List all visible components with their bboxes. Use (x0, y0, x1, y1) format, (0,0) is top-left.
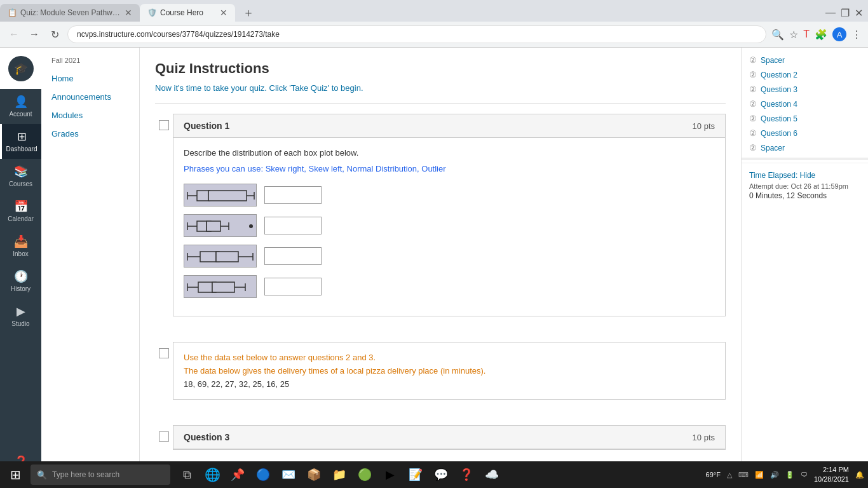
tab-2-close[interactable]: ✕ (220, 8, 227, 17)
refresh-button[interactable]: ↻ (47, 29, 62, 41)
sidebar-item-q6[interactable]: ② Question 6 (742, 126, 868, 140)
taskbar-search-icon: 🔍 (37, 470, 47, 480)
nav-item-courses[interactable]: 📚 Courses (0, 159, 41, 194)
time-elapsed-label: Time Elapsed: Hide (749, 171, 860, 180)
boxplot-row-3 (184, 245, 715, 268)
profile-icon[interactable]: A (832, 27, 846, 41)
boxplot-4-answer[interactable] (264, 278, 322, 295)
nav-label-dashboard: Dashboard (6, 146, 37, 153)
tab-2-favicon: 🛡️ (147, 8, 156, 17)
nav-item-studio[interactable]: ▶ Studio (0, 299, 41, 334)
tab-2[interactable]: 🛡️ Course Hero ✕ (140, 4, 235, 22)
taskbar-dropbox[interactable]: 📦 (304, 464, 324, 485)
tab-2-title: Course Hero (160, 8, 216, 17)
star-icon[interactable]: ☆ (789, 29, 798, 41)
taskbar-volume-icon[interactable]: 🔊 (770, 471, 779, 479)
question-1-block: Question 1 10 pts Describe the distribut… (173, 114, 726, 316)
taskbar-notes[interactable]: 📝 (405, 464, 426, 485)
taskbar-chrome[interactable]: 🔵 (253, 464, 273, 485)
course-term: Fall 2021 (41, 54, 139, 69)
inbox-icon: 📥 (14, 234, 28, 248)
sidebar-item-spacer-2[interactable]: ② Spacer (742, 140, 868, 155)
q5-icon: ② (749, 114, 757, 123)
extension-icon-2[interactable]: 🧩 (815, 29, 827, 41)
taskbar-system-icon-1[interactable]: ⌨ (738, 471, 749, 479)
new-tab-button[interactable]: ＋ (238, 5, 259, 20)
taskbar-discord[interactable]: 💬 (431, 464, 451, 485)
taskbar-edge[interactable]: 🌐 (202, 464, 222, 485)
taskbar-weather: 69°F (706, 471, 721, 478)
taskbar-wifi-icon[interactable]: 📶 (755, 471, 764, 479)
nav-item-dashboard[interactable]: ⊞ Dashboard (0, 124, 41, 159)
question-1-flag-checkbox[interactable] (159, 120, 169, 130)
close-icon[interactable]: ✕ (855, 7, 863, 19)
taskbar-youtube[interactable]: ▶ (380, 464, 400, 485)
nav-label-history: History (11, 285, 31, 293)
course-nav-grades[interactable]: Grades (41, 125, 139, 143)
nav-item-inbox[interactable]: 📥 Inbox (0, 229, 41, 264)
boxplot-1-answer[interactable] (264, 186, 322, 204)
extension-icon-1[interactable]: T (803, 29, 810, 40)
canvas-logo-svg: 🎓 (8, 55, 34, 82)
course-nav-announcements[interactable]: Announcements (41, 88, 139, 106)
taskbar-action-center[interactable]: 🔔 (855, 471, 864, 479)
taskbar-chrome2[interactable]: 🟢 (355, 464, 375, 485)
hide-link[interactable]: Hide (800, 171, 816, 180)
taskbar-right: 69°F △ ⌨ 📶 🔊 🔋 🗨 2:14 PM 10/28/2021 🔔 (706, 465, 864, 485)
taskbar-time-value: 2:14 PM (814, 465, 849, 475)
forward-button[interactable]: → (27, 29, 42, 40)
sidebar-item-spacer-1[interactable]: ② Spacer (742, 53, 868, 67)
taskbar-search-input[interactable] (52, 470, 160, 479)
nav-label-inbox: Inbox (13, 250, 28, 258)
minimize-icon[interactable]: — (825, 7, 836, 18)
address-bar: ← → ↻ 🔍 ☆ T 🧩 A ⋮ (0, 22, 868, 47)
taskbar-battery-icon[interactable]: 🔋 (785, 471, 794, 479)
taskbar-pin1[interactable]: 📌 (227, 464, 248, 485)
nav-label-studio: Studio (11, 320, 29, 328)
taskbar-notification-icon[interactable]: 🗨 (801, 471, 808, 478)
taskbar-files[interactable]: 📁 (329, 464, 349, 485)
taskbar-task-view[interactable]: ⧉ (177, 464, 197, 485)
taskbar-search-box[interactable]: 🔍 (31, 464, 170, 485)
subtitle-end: to begin. (329, 83, 363, 93)
course-nav-home[interactable]: Home (41, 69, 139, 88)
address-input[interactable] (67, 25, 766, 43)
tab-bar: 📋 Quiz: Module Seven Pathway Tw... ✕ 🛡️ … (0, 0, 868, 22)
nav-item-account[interactable]: 👤 Account (0, 89, 41, 124)
restore-icon[interactable]: ❐ (841, 7, 850, 19)
nav-item-history[interactable]: 🕐 History (0, 264, 41, 299)
sidebar-item-q4[interactable]: ② Question 4 (742, 97, 868, 111)
taskbar-onedrive[interactable]: ☁️ (482, 464, 502, 485)
spacer-flag-checkbox[interactable] (159, 348, 169, 358)
question-3-flag-checkbox[interactable] (159, 431, 169, 442)
boxplot-3-answer[interactable] (264, 247, 322, 265)
taskbar-help[interactable]: ❓ (456, 464, 477, 485)
menu-icon[interactable]: ⋮ (851, 29, 862, 41)
taskbar-up-arrow[interactable]: △ (727, 471, 732, 479)
spacer-line2: The data below gives the delivery times … (184, 366, 715, 376)
account-icon: 👤 (14, 95, 28, 109)
question-1-phrases: Phrases you can use: Skew right, Skew le… (184, 164, 715, 173)
calendar-icon: 📅 (14, 200, 28, 214)
sidebar-item-q2[interactable]: ② Question 2 (742, 67, 868, 82)
sidebar-item-q5[interactable]: ② Question 5 (742, 111, 868, 126)
tab-1[interactable]: 📋 Quiz: Module Seven Pathway Tw... ✕ (0, 4, 140, 22)
nav-label-account: Account (9, 111, 32, 118)
spacer-block: Use the data set below to answer questio… (173, 342, 726, 400)
nav-item-calendar[interactable]: 📅 Calendar (0, 194, 41, 229)
tab-1-close[interactable]: ✕ (125, 8, 132, 17)
course-nav-modules[interactable]: Modules (41, 106, 139, 125)
search-icon[interactable]: 🔍 (771, 29, 784, 41)
back-button[interactable]: ← (6, 29, 22, 40)
start-button[interactable]: ⊞ (4, 463, 27, 486)
question-1-header: Question 1 10 pts (173, 114, 725, 138)
taskbar-date-value: 10/28/2021 (814, 475, 849, 484)
boxplot-2-answer[interactable] (264, 217, 322, 234)
spacer-2-icon: ② (749, 143, 757, 152)
boxplot-row-2 (184, 214, 715, 237)
sidebar-scrollbar (742, 158, 868, 160)
taskbar-mail[interactable]: ✉️ (278, 464, 299, 485)
question-1-prompt: Describe the distribution of each box pl… (184, 148, 715, 158)
sidebar-item-q3[interactable]: ② Question 3 (742, 82, 868, 97)
q2-icon: ② (749, 70, 757, 79)
